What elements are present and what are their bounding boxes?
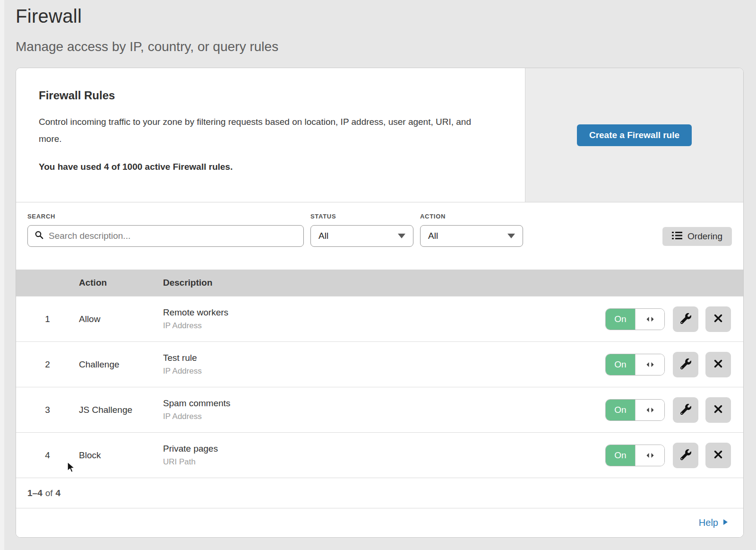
rule-enabled-toggle[interactable]: On (605, 445, 665, 466)
rules-usage-text: You have used 4 of 1000 active Firewall … (39, 162, 502, 172)
rule-field: IP Address (163, 412, 605, 421)
toggle-on-label[interactable]: On (606, 400, 635, 420)
chevron-down-icon (507, 234, 515, 238)
toggle-arrows-icon[interactable] (635, 354, 664, 375)
rule-description-title: Spam comments (163, 398, 605, 409)
edit-rule-button[interactable] (673, 397, 698, 423)
rule-controls: On (605, 397, 743, 423)
wrench-icon (680, 449, 691, 462)
action-selected-value: All (428, 231, 438, 241)
create-rule-panel: Create a Firewall rule (525, 68, 743, 202)
filter-bar: SEARCH STATUS All ACTION All (16, 202, 743, 270)
action-select[interactable]: All (420, 225, 523, 247)
close-icon (713, 404, 723, 415)
window-edge-strip (0, 0, 4, 550)
create-firewall-rule-button[interactable]: Create a Firewall rule (577, 124, 692, 146)
rule-enabled-toggle[interactable]: On (605, 399, 665, 421)
rule-description-title: Private pages (163, 444, 605, 454)
rule-description-cell: Spam comments IP Address (163, 398, 605, 421)
action-column-header: Action (79, 278, 163, 288)
toggle-arrows-icon[interactable] (635, 309, 664, 330)
help-link[interactable]: Help (699, 517, 728, 528)
wrench-icon (680, 358, 691, 371)
search-icon (34, 230, 44, 242)
delete-rule-button[interactable] (705, 306, 731, 332)
rule-priority: 1 (16, 314, 79, 324)
rule-field: IP Address (163, 367, 605, 376)
page-subtitle: Manage access by IP, country, or query r… (16, 39, 756, 54)
table-header-row: Action Description (16, 270, 743, 296)
rule-enabled-toggle[interactable]: On (605, 354, 665, 375)
pagination-bar: 1–4 of 4 (16, 478, 743, 508)
status-selected-value: All (318, 231, 328, 241)
toggle-on-label[interactable]: On (606, 354, 635, 375)
rule-description-cell: Test rule IP Address (163, 353, 605, 376)
toggle-on-label[interactable]: On (606, 309, 635, 330)
rule-priority: 3 (16, 405, 79, 415)
page-title: Firewall (16, 6, 756, 27)
pagination-range: 1–4 (27, 488, 43, 498)
status-filter-group: STATUS All (310, 213, 413, 270)
rule-priority: 2 (16, 359, 79, 370)
edit-rule-button[interactable] (673, 306, 698, 332)
rule-action: JS Challenge (79, 405, 163, 415)
rule-description-title: Test rule (163, 353, 605, 363)
help-link-label: Help (699, 517, 718, 528)
rules-overview-section: Firewall Rules Control incoming traffic … (16, 68, 743, 202)
rule-description-cell: Private pages URI Path (163, 444, 605, 467)
help-bar: Help (16, 508, 743, 537)
rules-overview-heading: Firewall Rules (39, 89, 502, 102)
action-filter-group: ACTION All (420, 213, 523, 270)
close-icon (713, 450, 723, 461)
chevron-down-icon (398, 234, 405, 238)
rule-controls: On (605, 352, 743, 377)
action-label: ACTION (420, 213, 523, 220)
status-label: STATUS (310, 213, 413, 220)
rule-field: URI Path (163, 457, 605, 467)
edit-rule-button[interactable] (673, 443, 698, 468)
search-box[interactable] (27, 225, 304, 247)
description-column-header: Description (163, 278, 743, 288)
table-row: 4 Block Private pages URI Path On (16, 432, 743, 478)
firewall-rules-card: Firewall Rules Control incoming traffic … (16, 68, 744, 538)
search-label: SEARCH (27, 213, 304, 220)
ordering-button[interactable]: Ordering (662, 227, 732, 246)
edit-rule-button[interactable] (673, 352, 698, 377)
close-icon (713, 314, 723, 324)
delete-rule-button[interactable] (705, 352, 731, 377)
toggle-arrows-icon[interactable] (635, 445, 664, 466)
table-row: 1 Allow Remote workers IP Address On (16, 296, 743, 341)
rule-action: Challenge (79, 359, 163, 370)
rule-description-cell: Remote workers IP Address (163, 307, 605, 331)
table-row: 3 JS Challenge Spam comments IP Address … (16, 387, 743, 432)
chevron-right-icon (722, 517, 728, 528)
toggle-arrows-icon[interactable] (635, 400, 664, 420)
rule-action: Block (79, 450, 163, 461)
delete-rule-button[interactable] (705, 397, 731, 423)
search-input[interactable] (49, 231, 297, 241)
page-header: Firewall Manage access by IP, country, o… (0, 0, 756, 54)
ordering-button-label: Ordering (687, 231, 722, 242)
delete-rule-button[interactable] (705, 443, 731, 468)
rule-controls: On (605, 443, 743, 468)
search-filter-group: SEARCH (27, 213, 304, 270)
wrench-icon (680, 404, 691, 416)
pagination-of: of (45, 488, 53, 498)
pagination-total: 4 (56, 488, 61, 498)
toggle-on-label[interactable]: On (606, 445, 635, 466)
table-row: 2 Challenge Test rule IP Address On (16, 341, 743, 387)
close-icon (713, 359, 723, 370)
rule-enabled-toggle[interactable]: On (605, 308, 665, 330)
ordering-list-icon (672, 231, 682, 242)
rule-priority: 4 (16, 450, 79, 461)
rule-action: Allow (79, 314, 163, 324)
rules-overview-text: Firewall Rules Control incoming traffic … (16, 68, 525, 202)
status-select[interactable]: All (310, 225, 413, 247)
rule-description-title: Remote workers (163, 307, 605, 318)
rule-field: IP Address (163, 321, 605, 331)
rules-overview-description: Control incoming traffic to your zone by… (39, 113, 488, 148)
rule-controls: On (605, 306, 743, 332)
wrench-icon (680, 313, 691, 325)
